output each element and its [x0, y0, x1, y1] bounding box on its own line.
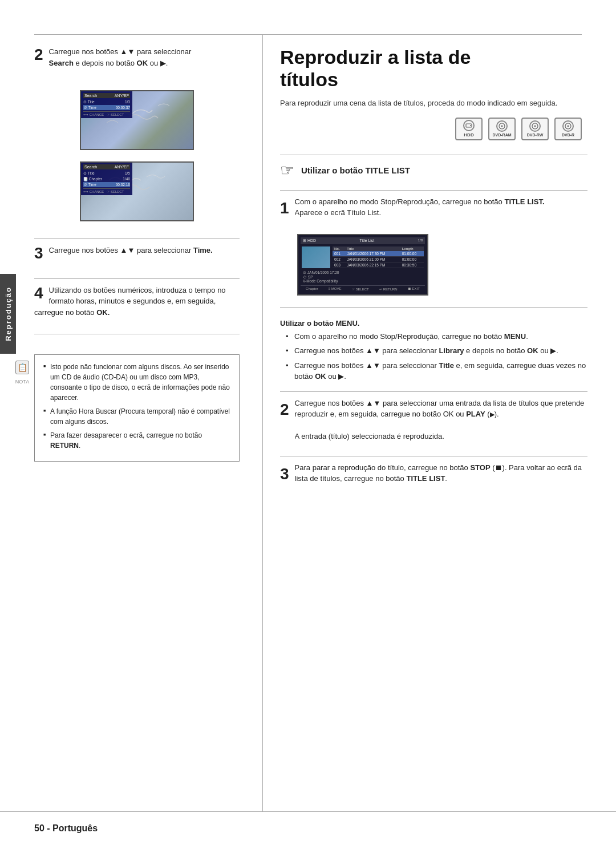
- device-dvdrw: DVD-RW: [521, 118, 549, 140]
- right-step-2-text: Carregue nos botões ▲▼ para seleccionar …: [295, 398, 587, 442]
- device-dvdram: DVD-RAM: [488, 118, 516, 140]
- rule-after-tl-screen: [280, 307, 587, 308]
- title-list-section-header: ☞ Utilizar o botão TITLE LIST: [280, 161, 587, 180]
- note-item-2: A função Hora Buscar (Procura temporal) …: [43, 406, 230, 427]
- search-screen-2: SearchANY/EF ⊙ Title1/5 📑 Chapter1/40 ⏱ …: [80, 161, 194, 221]
- device-icons-row: HDD DVD-RAM DVD-RW: [280, 118, 587, 140]
- dvdrw-icon: [529, 120, 541, 132]
- tl-footer: Chapter ≡ MOVE ☞ SELECT ↩ RETURN ⏹ EXIT: [301, 285, 425, 292]
- menu-bullet-3: Carregue nos botões ▲▼ para seleccionar …: [286, 360, 587, 382]
- rule-after-menu: [280, 391, 587, 392]
- step-2-number: 2: [34, 46, 43, 64]
- right-step-1-text: Com o aparelho no modo Stop/Reprodução, …: [295, 196, 587, 219]
- finger-icon: ☞: [280, 161, 294, 180]
- title-list-screen: ⊞ HDD Title List 1/3 No. Title Length: [297, 234, 428, 296]
- svg-point-1: [470, 125, 471, 126]
- note-icon: 📋: [15, 361, 29, 374]
- tl-row-1: 001 JAN/01/2006 17:30 PM 01:00:00: [333, 251, 424, 257]
- note-item-3: Para fazer desaparecer o ecrã, carregue …: [43, 430, 230, 451]
- rule-after-step4: [34, 334, 240, 334]
- intro-text: Para reproduzir uma cena da lista de tít…: [280, 98, 587, 109]
- step-2-text: Carregue nos botões ▲▼ para seleccionar …: [34, 46, 240, 68]
- sidebar-label: Reprodução: [4, 286, 13, 341]
- menu-section-title: Utilizar o botão MENU.: [280, 319, 587, 328]
- note-box: 📋 NOTA Isto pode não funcionar com algun…: [34, 354, 240, 462]
- dvdr-icon: [562, 120, 574, 132]
- step-2-block: 2 Carregue nos botões ▲▼ para selecciona…: [34, 46, 240, 68]
- menu-bullets: Com o aparelho no modo Stop/Reprodução, …: [286, 331, 587, 386]
- step-4-number: 4: [34, 285, 43, 302]
- step-3-text: Carregue nos botões ▲▼ para seleccionar …: [34, 245, 240, 256]
- left-column: 2 Carregue nos botões ▲▼ para selecciona…: [0, 35, 262, 811]
- device-dvdr: DVD-R: [554, 118, 582, 140]
- rule-after-step3: [34, 278, 240, 279]
- svg-point-5: [534, 126, 536, 127]
- right-step-2: 2 Carregue nos botões ▲▼ para selecciona…: [280, 398, 587, 442]
- right-step-1-number: 1: [280, 196, 289, 220]
- tl-row-3: 003 JAN/03/2006 22:15 PM 00:30:50: [333, 262, 424, 268]
- title-list-label: Utilizar o botão TITLE LIST: [301, 165, 410, 175]
- rule-after-titlelist-header: [280, 190, 587, 191]
- step-4-block: 4 Utilizando os botões numéricos, introd…: [34, 285, 240, 318]
- note-list: Isto pode não funcionar com alguns disco…: [43, 362, 230, 451]
- hdd-icon: [463, 120, 475, 131]
- step-4-text: Utilizando os botões numéricos, introduz…: [34, 285, 240, 318]
- search-bold: Search: [49, 59, 74, 67]
- right-step-2-number: 2: [280, 398, 289, 422]
- page-number: 50 - Português: [34, 823, 98, 834]
- rule-before-titlelist: [280, 155, 587, 155]
- search-screen-1: SearchANY/EF ⊙ Title1/3 ⏱ Time00:00:37 ⟺…: [80, 90, 194, 150]
- dvdram-icon: [496, 120, 508, 132]
- device-hdd: HDD: [455, 118, 483, 140]
- rule-after-step2-right: [280, 456, 587, 456]
- tl-row-2: 002 JAN/03/2006 21:00 PM 01:00:00: [333, 256, 424, 262]
- tl-info-block: ⊙ JAN/01/2006 17:20 ⏱ SP V-Mode Compatib…: [301, 269, 425, 284]
- menu-bullet-2: Carregue nos botões ▲▼ para seleccionar …: [286, 345, 587, 357]
- tl-table-area: No. Title Length 001 JAN/01/2006 17:30 P…: [333, 246, 424, 268]
- nota-label: NOTA: [15, 379, 29, 385]
- sidebar-reproducao: Reprodução: [0, 274, 16, 354]
- rule-after-step2: [34, 238, 240, 239]
- screens-container: SearchANY/EF ⊙ Title1/3 ⏱ Time00:00:37 ⟺…: [34, 84, 240, 227]
- step-3-number: 3: [34, 245, 43, 262]
- menu-bullet-1: Com o aparelho no modo Stop/Reprodução, …: [286, 331, 587, 342]
- page-footer: 50 - Português: [0, 811, 616, 845]
- right-step-3-number: 3: [280, 462, 289, 486]
- right-step-1: 1 Com o aparelho no modo Stop/Reprodução…: [280, 196, 587, 220]
- search-overlay-2: SearchANY/EF ⊙ Title1/5 📑 Chapter1/40 ⏱ …: [81, 163, 132, 195]
- note-item-1: Isto pode não funcionar com alguns disco…: [43, 362, 230, 403]
- right-step-3: 3 Para parar a reprodução do título, car…: [280, 462, 587, 486]
- svg-point-3: [501, 126, 503, 127]
- search-overlay-1: SearchANY/EF ⊙ Title1/3 ⏱ Time00:00:37 ⟺…: [81, 91, 132, 118]
- tl-header: ⊞ HDD Title List 1/3: [301, 237, 425, 244]
- page-title: Reproduzir a lista de títulos: [280, 46, 587, 91]
- tl-thumbnail: [302, 246, 330, 268]
- svg-point-7: [568, 126, 569, 127]
- right-column: Reproduzir a lista de títulos Para repro…: [262, 35, 616, 811]
- right-step-3-text: Para parar a reprodução do título, carre…: [295, 462, 587, 484]
- step-3-block: 3 Carregue nos botões ▲▼ para selecciona…: [34, 245, 240, 262]
